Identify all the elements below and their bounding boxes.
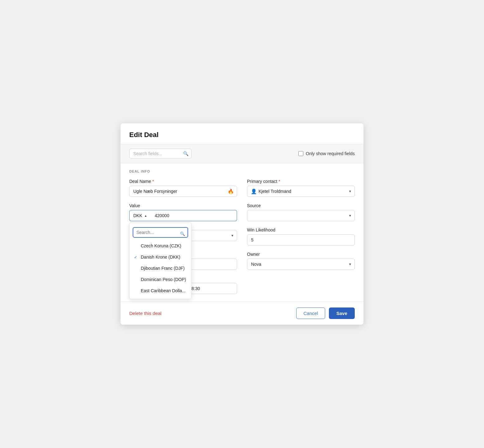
cancel-button[interactable]: Cancel bbox=[296, 307, 325, 319]
win-likelihood-group: Win Likelihood bbox=[247, 227, 355, 245]
primary-contact-select-wrapper: 👤 Kjetel Troldmand ▾ bbox=[247, 186, 355, 197]
source-group: Source ▾ bbox=[247, 203, 355, 221]
owner-label: Owner bbox=[247, 252, 355, 257]
currency-option-czk[interactable]: Czech Koruna (CZK) bbox=[130, 240, 191, 251]
currency-code: DKK bbox=[133, 213, 142, 218]
value-input-row: DKK ▲ bbox=[129, 210, 237, 221]
deal-name-input-wrapper: 🔥 bbox=[129, 186, 237, 197]
chevron-up-icon: ▲ bbox=[144, 214, 147, 217]
required-fields-checkbox[interactable] bbox=[298, 151, 303, 156]
form-grid: Deal Name * 🔥 Primary contact * 👤 Kjet bbox=[129, 179, 355, 294]
owner-select[interactable]: Nova bbox=[247, 259, 355, 270]
primary-contact-label: Primary contact * bbox=[247, 179, 355, 184]
currency-option-dop[interactable]: Dominican Peso (DOP) bbox=[130, 274, 191, 285]
flame-icon[interactable]: 🔥 bbox=[228, 188, 234, 194]
modal-footer: Delete this deal Cancel Save bbox=[121, 302, 363, 325]
currency-option-djf[interactable]: Djiboutian Franc (DJF) bbox=[130, 263, 191, 274]
search-icon: 🔍 bbox=[183, 151, 188, 156]
search-fields-input[interactable] bbox=[129, 149, 192, 159]
primary-contact-required-star: * bbox=[278, 179, 280, 184]
check-icon: ✓ bbox=[134, 255, 137, 260]
source-select-wrapper: ▾ bbox=[247, 210, 355, 221]
currency-option-dkk[interactable]: ✓ Danish Krone (DKK) bbox=[130, 251, 191, 263]
required-fields-toggle: Only show required fields bbox=[298, 151, 355, 156]
footer-action-buttons: Cancel Save bbox=[296, 307, 355, 319]
deal-name-input[interactable] bbox=[129, 186, 237, 197]
field-search-wrapper: 🔍 bbox=[129, 149, 192, 159]
delete-deal-button[interactable]: Delete this deal bbox=[129, 311, 161, 316]
currency-selector-button[interactable]: DKK ▲ bbox=[129, 210, 151, 221]
primary-contact-select[interactable]: Kjetel Troldmand bbox=[247, 186, 355, 197]
win-likelihood-input[interactable] bbox=[247, 234, 355, 245]
source-label: Source bbox=[247, 203, 355, 208]
added-on-time-input[interactable] bbox=[185, 283, 237, 294]
currency-search-icon: 🔍 bbox=[180, 231, 185, 236]
deal-name-required-star: * bbox=[152, 179, 154, 184]
modal-body: DEAL INFO Deal Name * 🔥 Primary contact … bbox=[121, 163, 363, 302]
source-select[interactable] bbox=[247, 210, 355, 221]
save-button[interactable]: Save bbox=[329, 307, 355, 319]
dropdown-search-wrapper: 🔍 bbox=[130, 225, 191, 240]
value-group: Value DKK ▲ 🔍 Czech Koruna (CZK) bbox=[129, 203, 237, 221]
owner-select-wrapper: Nova ▾ bbox=[247, 259, 355, 270]
search-bar-row: 🔍 Only show required fields bbox=[121, 144, 363, 163]
edit-deal-modal: Edit Deal 🔍 Only show required fields DE… bbox=[121, 123, 363, 325]
required-fields-label: Only show required fields bbox=[306, 151, 355, 156]
deal-name-group: Deal Name * 🔥 bbox=[129, 179, 237, 197]
value-label: Value bbox=[129, 203, 237, 208]
currency-dropdown: 🔍 Czech Koruna (CZK) ✓ Danish Krone (DKK… bbox=[129, 222, 192, 299]
primary-contact-group: Primary contact * 👤 Kjetel Troldmand ▾ bbox=[247, 179, 355, 197]
section-deal-info-label: DEAL INFO bbox=[129, 169, 355, 173]
owner-group: Owner Nova ▾ bbox=[247, 252, 355, 270]
deal-name-label: Deal Name * bbox=[129, 179, 237, 184]
win-likelihood-label: Win Likelihood bbox=[247, 227, 355, 232]
modal-title: Edit Deal bbox=[129, 131, 355, 139]
currency-option-xcd[interactable]: East Caribbean Dolla... bbox=[130, 285, 191, 296]
value-amount-input[interactable] bbox=[151, 210, 237, 221]
modal-header: Edit Deal bbox=[121, 123, 363, 144]
